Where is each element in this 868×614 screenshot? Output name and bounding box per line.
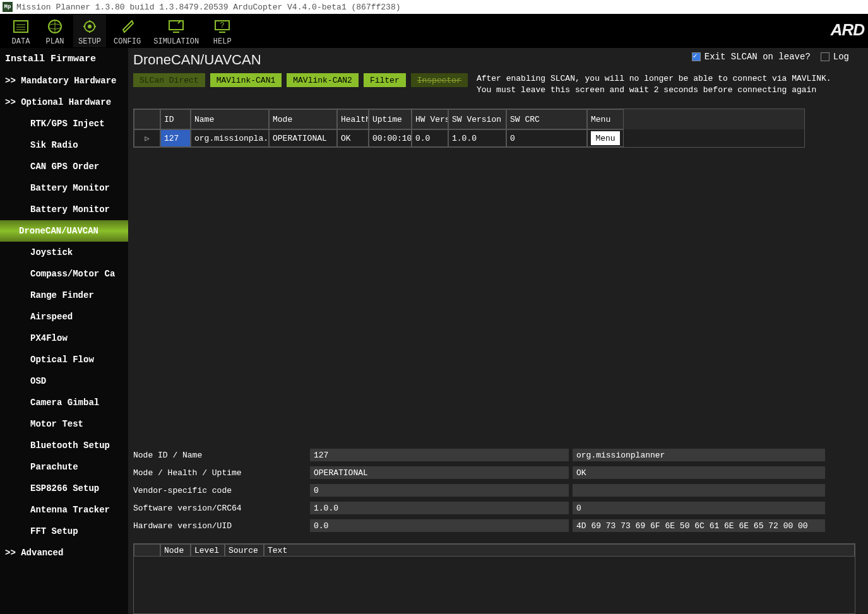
cell-id[interactable]: 127 — [160, 129, 191, 147]
slcan-warning-line1: After enabling SLCAN, you will no longer… — [477, 73, 831, 85]
sidebar-osd[interactable]: OSD — [0, 370, 128, 392]
cell-mode[interactable]: OPERATIONAL — [269, 129, 337, 147]
data-icon — [10, 17, 32, 36]
cell-crc[interactable]: 0 — [506, 129, 587, 147]
cell-health[interactable]: OK — [337, 129, 369, 147]
nav-help[interactable]: ? HELP — [206, 15, 238, 47]
sidebar: Install Firmware >> Mandatory Hardware >… — [0, 48, 128, 614]
col-mode-header[interactable]: Mode — [269, 109, 337, 129]
sidebar-parachute[interactable]: Parachute — [0, 456, 128, 478]
detail-row-mode: Mode / Health / Uptime OPERATIONAL OK — [133, 464, 855, 481]
detail-value-mode: OPERATIONAL — [310, 466, 569, 479]
col-sw-header[interactable]: SW Version — [448, 109, 506, 129]
filter-button[interactable]: Filter — [364, 73, 406, 87]
log-col-node[interactable]: Node — [160, 544, 191, 557]
cell-uptime[interactable]: 00:00:10 — [369, 129, 412, 147]
sidebar-px4flow[interactable]: PX4Flow — [0, 328, 128, 349]
slcan-direct-button[interactable]: SLCan Direct — [133, 73, 205, 87]
nav-label: SETUP — [78, 37, 101, 46]
sidebar-fft-setup[interactable]: FFT Setup — [0, 521, 128, 542]
cell-hw[interactable]: 0.0 — [412, 129, 448, 147]
detail-value-sw: 1.0.0 — [310, 502, 569, 514]
sidebar-mandatory-hardware[interactable]: >> Mandatory Hardware — [0, 70, 128, 92]
sidebar-camera-gimbal[interactable]: Camera Gimbal — [0, 392, 128, 413]
col-id-header[interactable]: ID — [160, 109, 191, 129]
log-checkbox-wrap[interactable]: Log — [821, 52, 849, 62]
main-panel: DroneCAN/UAVCAN Exit SLCAN on leave? Log… — [128, 48, 868, 614]
titlebar-text: Mission Planner 1.3.80 build 1.3.8479.20… — [16, 3, 401, 12]
sidebar-motor-test[interactable]: Motor Test — [0, 413, 128, 435]
nav-setup[interactable]: SETUP — [73, 15, 106, 47]
detail-row-hw: Hardware version/UID 0.0 4D 69 73 73 69 … — [133, 517, 855, 534]
sidebar-airspeed[interactable]: Airspeed — [0, 306, 128, 328]
monitor-icon — [165, 17, 187, 36]
exit-slcan-checkbox-wrap[interactable]: Exit SLCAN on leave? — [692, 52, 811, 62]
sidebar-optional-hardware[interactable]: >> Optional Hardware — [0, 92, 128, 113]
detail-row-vendor: Vendor-specific code 0 — [133, 481, 855, 499]
nav-label: DATA — [12, 37, 30, 46]
sidebar-sik-radio[interactable]: Sik Radio — [0, 134, 128, 156]
mavlink-can2-button[interactable]: MAVlink-CAN2 — [287, 73, 359, 87]
nav-label: CONFIG — [114, 37, 141, 46]
svg-rect-9 — [169, 21, 183, 30]
detail-value-health: OK — [573, 466, 825, 479]
sidebar-battery-monitor-2[interactable]: Battery Monitor — [0, 199, 128, 220]
grid-row[interactable]: ▷ 127 org.missionpla... OPERATIONAL OK 0… — [134, 129, 804, 147]
col-menu-header[interactable]: Menu — [587, 109, 624, 129]
sidebar-can-gps-order[interactable]: CAN GPS Order — [0, 156, 128, 177]
sidebar-joystick[interactable]: Joystick — [0, 242, 128, 263]
detail-row-node-id: Node ID / Name 127 org.missionplanner — [133, 446, 855, 464]
detail-value-vendor: 0 — [310, 484, 569, 497]
inspector-button[interactable]: Inspector — [411, 73, 468, 87]
sidebar-install-firmware[interactable]: Install Firmware — [0, 48, 128, 70]
sidebar-esp8266-setup[interactable]: ESP8266 Setup — [0, 478, 128, 499]
col-hw-header[interactable]: HW Version — [412, 109, 448, 129]
mavlink-can1-button[interactable]: MAVlink-CAN1 — [210, 73, 282, 87]
col-name-header[interactable]: Name — [191, 109, 269, 129]
log-checkbox[interactable] — [821, 52, 829, 61]
sidebar-battery-monitor-1[interactable]: Battery Monitor — [0, 177, 128, 199]
col-health-header[interactable]: Health — [337, 109, 369, 129]
row-selector[interactable]: ▷ — [134, 129, 160, 147]
exit-slcan-checkbox[interactable] — [692, 52, 701, 61]
cell-menu: Menu — [587, 129, 624, 147]
nav-simulation[interactable]: SIMULATION — [148, 15, 204, 47]
detail-row-sw: Software version/CRC64 1.0.0 0 — [133, 499, 855, 517]
nav-config[interactable]: CONFIG — [109, 15, 146, 47]
sidebar-compass-motor[interactable]: Compass/Motor Ca — [0, 263, 128, 285]
sidebar-optical-flow[interactable]: Optical Flow — [0, 349, 128, 370]
detail-value-hw: 0.0 — [310, 519, 569, 532]
col-uptime-header[interactable]: Uptime — [369, 109, 412, 129]
col-arrow-header[interactable] — [134, 109, 160, 129]
nodes-grid: ID Name Mode Health Uptime HW Version SW… — [133, 109, 805, 148]
detail-label: Hardware version/UID — [133, 521, 310, 531]
log-col-source[interactable]: Source — [225, 544, 264, 557]
sidebar-dronecan-uavcan[interactable]: DroneCAN/UAVCAN — [0, 220, 128, 242]
detail-label: Node ID / Name — [133, 451, 310, 460]
wrench-icon — [117, 17, 138, 36]
sidebar-range-finder[interactable]: Range Finder — [0, 285, 128, 306]
cell-name[interactable]: org.missionpla... — [191, 129, 269, 147]
nav-plan[interactable]: PLAN — [39, 15, 71, 47]
help-icon: ? — [211, 17, 233, 36]
log-col-arrow[interactable] — [134, 544, 160, 557]
titlebar: Mp Mission Planner 1.3.80 build 1.3.8479… — [0, 0, 868, 14]
sidebar-bluetooth-setup[interactable]: Bluetooth Setup — [0, 435, 128, 456]
sidebar-advanced[interactable]: >> Advanced — [0, 542, 128, 564]
svg-text:?: ? — [220, 21, 225, 30]
log-col-level[interactable]: Level — [191, 544, 225, 557]
detail-value-uid: 4D 69 73 73 69 6F 6E 50 6C 61 6E 6E 65 7… — [573, 519, 825, 532]
svg-rect-0 — [14, 21, 28, 32]
nav-data[interactable]: DATA — [5, 15, 37, 47]
detail-value-name: org.missionplanner — [573, 449, 825, 461]
button-row: SLCan Direct MAVlink-CAN1 MAVlink-CAN2 F… — [133, 73, 868, 96]
cell-sw[interactable]: 1.0.0 — [448, 129, 506, 147]
menu-button[interactable]: Menu — [591, 131, 620, 145]
svg-point-8 — [88, 25, 92, 28]
sidebar-antenna-tracker[interactable]: Antenna Tracker — [0, 499, 128, 521]
col-crc-header[interactable]: SW CRC — [506, 109, 587, 129]
sidebar-rtk-gps-inject[interactable]: RTK/GPS Inject — [0, 113, 128, 134]
log-col-text[interactable]: Text — [264, 544, 855, 557]
top-controls: Exit SLCAN on leave? Log — [692, 52, 849, 62]
nav-label: HELP — [213, 37, 232, 46]
